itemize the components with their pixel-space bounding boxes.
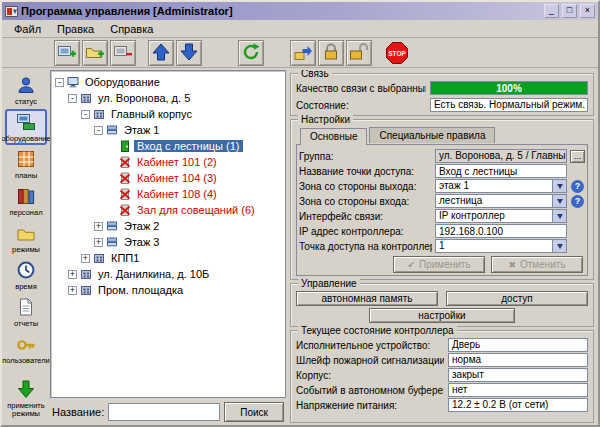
lock-button[interactable] bbox=[318, 40, 344, 66]
maximize-button[interactable]: □ bbox=[562, 4, 577, 18]
key-icon bbox=[16, 334, 36, 356]
tree-collapse-handle[interactable] bbox=[68, 94, 77, 103]
help-icon[interactable]: ? bbox=[571, 195, 584, 208]
tree-item[interactable]: Главный корпус bbox=[53, 106, 283, 122]
sidebar-item-equipment[interactable]: оборудование bbox=[5, 109, 47, 145]
tree-collapse-handle[interactable] bbox=[94, 126, 103, 135]
refresh-button[interactable] bbox=[238, 40, 264, 66]
tree-item-label: КПП1 bbox=[108, 252, 142, 264]
tree-expand-handle[interactable] bbox=[68, 270, 77, 279]
entry-zone-combo[interactable]: лестница bbox=[435, 194, 567, 208]
tree-item-label: ул. Воронова, д. 5 bbox=[95, 92, 193, 104]
controller-settings-button[interactable]: настройки bbox=[369, 308, 515, 323]
tab-main[interactable]: Основные bbox=[300, 128, 367, 145]
minimize-button[interactable]: _ bbox=[544, 4, 559, 18]
apply-modes-button[interactable]: применить режимы bbox=[5, 375, 47, 421]
search-input[interactable] bbox=[108, 403, 220, 421]
add-button[interactable] bbox=[54, 40, 80, 66]
door-error-icon bbox=[119, 156, 131, 168]
connection-group-title: Связь bbox=[298, 70, 332, 79]
tree-expand-handle[interactable] bbox=[81, 254, 90, 263]
sidebar-item-status[interactable]: статус bbox=[5, 72, 47, 108]
search-button[interactable]: Поиск bbox=[224, 402, 284, 422]
management-group-title: Управление bbox=[298, 278, 360, 289]
access-button[interactable]: доступ bbox=[446, 291, 588, 306]
building-icon bbox=[93, 252, 105, 264]
unlock-button[interactable] bbox=[346, 40, 372, 66]
management-group: Управление автономная память доступ наст… bbox=[290, 283, 594, 327]
autonomous-memory-button[interactable]: автономная память bbox=[296, 291, 438, 306]
stop-label: STOP bbox=[388, 49, 406, 56]
sidebar-item-reports[interactable]: отчеты bbox=[5, 294, 47, 330]
cancel-button[interactable]: ✖ Отменить bbox=[491, 256, 583, 273]
sidebar-item-time[interactable]: время bbox=[5, 257, 47, 293]
group-browse-button[interactable]: ... bbox=[570, 150, 586, 163]
sidebar-item-modes[interactable]: режимы bbox=[5, 220, 47, 256]
controller-ap-combo[interactable]: 1 bbox=[435, 239, 567, 253]
ip-address-input[interactable] bbox=[435, 224, 567, 238]
combo-arrow-icon[interactable] bbox=[552, 210, 566, 222]
sidebar-item-label: режимы bbox=[12, 246, 40, 254]
move-up-button[interactable] bbox=[148, 40, 174, 66]
connection-state-label: Состояние: bbox=[296, 100, 426, 111]
group-field-label: Группа: bbox=[299, 151, 432, 162]
tree-item[interactable]: КПП1 bbox=[53, 250, 283, 266]
tree-item-label: Этаж 2 bbox=[121, 220, 162, 232]
tree-collapse-handle[interactable] bbox=[81, 110, 90, 119]
delete-button[interactable] bbox=[110, 40, 136, 66]
menu-file[interactable]: Файл bbox=[6, 21, 49, 37]
titlebar[interactable]: Программа управления [Administrator] _ □… bbox=[2, 2, 598, 20]
sidebar-item-personnel[interactable]: персонал bbox=[5, 183, 47, 219]
tree-item-selected[interactable]: Вход с лестницы (1) bbox=[53, 138, 283, 154]
add-folder-icon bbox=[85, 42, 105, 64]
help-icon[interactable]: ? bbox=[571, 180, 584, 193]
tree-item[interactable]: Пром. площадка bbox=[53, 282, 283, 298]
tree-item[interactable]: Этаж 1 bbox=[53, 122, 283, 138]
tree-item[interactable]: Этаж 3 bbox=[53, 234, 283, 250]
tree-item[interactable]: Кабинет 101 (2) bbox=[53, 154, 283, 170]
tree-expand-handle[interactable] bbox=[68, 286, 77, 295]
menu-edit[interactable]: Правка bbox=[49, 21, 102, 37]
sidebar-item-users[interactable]: пользователи bbox=[5, 331, 47, 367]
interface-combo[interactable]: IP контроллер bbox=[435, 209, 567, 223]
personnel-icon bbox=[16, 186, 36, 208]
actuator-label: Исполнительное устройство: bbox=[296, 340, 444, 351]
case-value: закрыт bbox=[448, 368, 588, 382]
combo-arrow-icon[interactable] bbox=[552, 240, 566, 252]
tree-item[interactable]: Зал для совещаний (6) bbox=[53, 202, 283, 218]
tree-item[interactable]: ул. Данилкина, д. 10Б bbox=[53, 266, 283, 282]
upload-button[interactable] bbox=[290, 40, 316, 66]
upload-icon bbox=[293, 42, 313, 64]
apply-button[interactable]: ✔ Применить bbox=[393, 256, 485, 273]
move-down-button[interactable] bbox=[176, 40, 202, 66]
apply-button-label: Применить bbox=[419, 259, 471, 270]
sidebar-item-plans[interactable]: планы bbox=[5, 146, 47, 182]
group-field: ул. Воронова, д. 5 / Главный корпус / Эт… bbox=[435, 149, 567, 163]
door-error-icon bbox=[119, 188, 131, 200]
document-icon bbox=[16, 297, 36, 319]
stop-button[interactable]: STOP bbox=[384, 40, 410, 66]
sidebar-item-label: время bbox=[15, 283, 37, 291]
tree-item[interactable]: Кабинет 104 (3) bbox=[53, 170, 283, 186]
tree-item[interactable]: Этаж 2 bbox=[53, 218, 283, 234]
add-child-button[interactable] bbox=[82, 40, 108, 66]
lock-icon bbox=[321, 42, 341, 64]
sidebar: статус оборудование планы персонал режим… bbox=[4, 70, 48, 423]
menu-help[interactable]: Справка bbox=[102, 21, 161, 37]
access-point-name-input[interactable] bbox=[435, 164, 567, 178]
tree-expand-handle[interactable] bbox=[94, 222, 103, 231]
tree-item[interactable]: ул. Воронова, д. 5 bbox=[53, 90, 283, 106]
tree-item[interactable]: Кабинет 108 (4) bbox=[53, 186, 283, 202]
exit-zone-combo[interactable]: этаж 1 bbox=[435, 179, 567, 193]
settings-tab-panel: Группа: ул. Воронова, д. 5 / Главный кор… bbox=[296, 144, 588, 276]
settings-group: Настройки Основные Специальные правила Г… bbox=[290, 119, 594, 280]
close-button[interactable]: × bbox=[580, 4, 595, 18]
combo-arrow-icon[interactable] bbox=[552, 195, 566, 207]
tree-expand-handle[interactable] bbox=[94, 238, 103, 247]
tree-collapse-handle[interactable] bbox=[55, 78, 64, 87]
buffer-events-value: нет bbox=[448, 383, 588, 397]
combo-arrow-icon[interactable] bbox=[552, 180, 566, 192]
tree-item-label: Пром. площадка bbox=[95, 284, 186, 296]
tab-special-rules[interactable]: Специальные правила bbox=[369, 127, 495, 143]
tree-item[interactable]: Оборудование bbox=[53, 74, 283, 90]
